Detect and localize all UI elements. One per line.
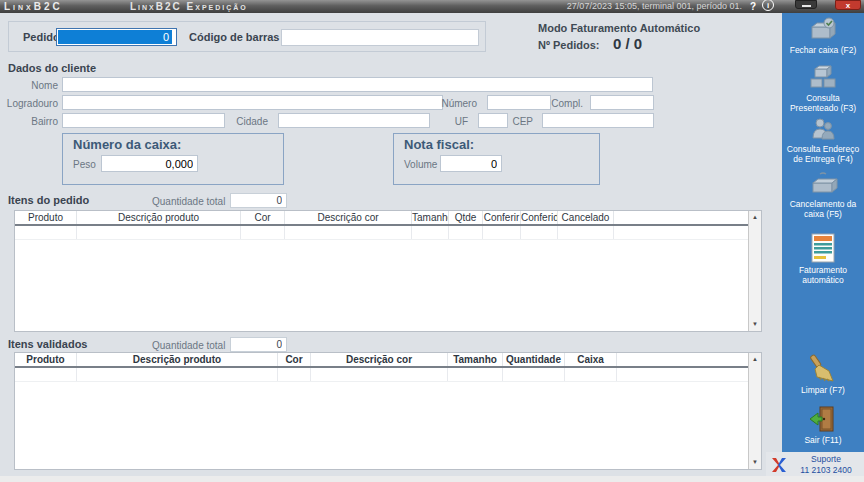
peso-label: Peso xyxy=(73,159,96,170)
itens-do-pedido-table: Produto Descrição produto Cor Descrição … xyxy=(14,210,762,332)
column-header[interactable]: Tamanho xyxy=(412,211,449,224)
numero-da-caixa-groupbox: Número da caixa: Peso xyxy=(62,133,284,185)
cancelamento-da-caixa-button[interactable]: Cancelamento da caixa (F5) xyxy=(782,171,864,219)
column-header[interactable]: Tamanho xyxy=(448,353,503,366)
logradouro-input[interactable] xyxy=(62,95,443,110)
broom-icon xyxy=(807,353,839,383)
nome-label: Nome xyxy=(0,80,58,91)
codigo-de-barras-input[interactable] xyxy=(281,29,479,46)
fechar-caixa-button[interactable]: Fechar caixa (F2) xyxy=(782,17,864,55)
itens-validados-title: Itens validados xyxy=(8,338,87,350)
consulta-presenteado-button[interactable]: Consulta Presenteado (F3) xyxy=(782,65,864,113)
quantidade-total-input-validados[interactable] xyxy=(230,337,287,352)
logradouro-label: Logradouro xyxy=(0,98,58,109)
scroll-up-icon[interactable]: ▲ xyxy=(749,211,761,224)
linx-x-logo xyxy=(770,456,788,474)
support-phone: 11 2103 2400 xyxy=(788,465,864,476)
cidade-label: Cidade xyxy=(218,116,268,127)
cidade-input[interactable] xyxy=(278,113,430,128)
column-header[interactable]: Descrição produto xyxy=(77,211,241,224)
session-status: 27/07/2023 15:05, terminal 001, período … xyxy=(567,0,742,13)
quantidade-total-input-pedido[interactable] xyxy=(230,193,287,208)
numero-label: Número xyxy=(420,98,477,109)
codigo-de-barras-label: Código de barras xyxy=(189,31,279,43)
box-cancel-icon xyxy=(807,171,839,197)
column-header[interactable]: Caixa xyxy=(565,353,617,366)
limpar-button[interactable]: Limpar (F7) xyxy=(782,353,864,395)
help-icon[interactable]: ? xyxy=(750,0,756,13)
column-header-filler xyxy=(617,353,748,366)
nota-fiscal-title: Nota fiscal: xyxy=(404,137,474,152)
volume-label: Volume xyxy=(404,159,437,170)
column-header[interactable]: Produto xyxy=(15,353,77,366)
minimize-button[interactable] xyxy=(795,0,817,9)
nota-fiscal-groupbox: Nota fiscal: Volume xyxy=(393,133,600,185)
vertical-scrollbar[interactable]: ▲ ▼ xyxy=(748,353,761,469)
window-bottom-edge xyxy=(0,476,864,482)
column-header[interactable]: Descrição cor xyxy=(285,211,412,224)
pedido-input[interactable]: 0 xyxy=(56,28,177,46)
column-header[interactable]: Descrição cor xyxy=(311,353,448,366)
linx-logo: LinxB2C xyxy=(4,0,63,13)
bairro-label: Bairro xyxy=(0,116,58,127)
support-panel: Suporte 11 2103 2400 xyxy=(766,452,864,478)
compl-label: Compl. xyxy=(528,98,583,109)
column-header[interactable]: Descrição produto xyxy=(77,353,278,366)
info-icon[interactable]: i xyxy=(762,0,774,11)
door-icon xyxy=(808,405,838,433)
order-entry-panel: Pedido 0 Código de barras xyxy=(8,21,486,52)
column-header[interactable]: Cancelado xyxy=(558,211,614,224)
box-check-icon xyxy=(807,17,839,43)
column-header-filler xyxy=(614,211,748,224)
support-label: Suporte xyxy=(788,454,864,465)
volume-input[interactable] xyxy=(440,155,502,172)
cep-input[interactable] xyxy=(542,113,654,128)
uf-label: UF xyxy=(428,116,468,127)
itens-validados-table: Produto Descrição produto Cor Descrição … xyxy=(14,352,762,470)
modo-faturamento-label: Modo Faturamento Automático xyxy=(538,22,700,34)
sair-button[interactable]: Sair (F11) xyxy=(782,405,864,445)
numero-da-caixa-title: Número da caixa: xyxy=(73,137,181,152)
people-icon xyxy=(807,116,839,142)
column-header[interactable]: Conferido xyxy=(521,211,558,224)
column-header[interactable]: Qtde xyxy=(449,211,483,224)
column-header[interactable]: Produto xyxy=(15,211,77,224)
cep-label: CEP xyxy=(493,116,533,127)
boxes-icon xyxy=(807,65,839,91)
scroll-up-icon[interactable]: ▲ xyxy=(749,353,761,366)
peso-input[interactable] xyxy=(101,155,198,172)
bairro-input[interactable] xyxy=(62,113,225,128)
pedido-label: Pedido xyxy=(23,31,60,43)
column-header[interactable]: Cor xyxy=(278,353,311,366)
itens-validados-table-inner: Produto Descrição produto Cor Descrição … xyxy=(15,353,748,469)
quantidade-total-label-validados: Quantidade total xyxy=(152,340,225,351)
pedido-selected-value: 0 xyxy=(58,30,172,44)
close-button[interactable]: x xyxy=(835,0,861,10)
linxb2c-expedicao-window: LinxB2C LinxB2C Expedição 27/07/2023 15:… xyxy=(0,0,864,482)
n-pedidos-value: 0 / 0 xyxy=(613,35,642,52)
scroll-down-icon[interactable]: ▼ xyxy=(749,456,761,469)
empty-table-row xyxy=(15,226,748,240)
column-header[interactable]: Quantidade xyxy=(503,353,565,366)
compl-input[interactable] xyxy=(590,95,654,110)
n-pedidos-label: Nº Pedidos: xyxy=(538,39,599,51)
action-sidebar: Fechar caixa (F2) Consulta Presenteado (… xyxy=(782,13,864,452)
column-header[interactable]: Conferir xyxy=(483,211,521,224)
invoice-icon xyxy=(810,233,836,263)
itens-do-pedido-title: Itens do pedido xyxy=(8,194,89,206)
dados-do-cliente-title: Dados do cliente xyxy=(8,62,96,74)
itens-validados-header-row: Produto Descrição produto Cor Descrição … xyxy=(15,353,748,368)
nome-input[interactable] xyxy=(62,77,653,92)
vertical-scrollbar[interactable]: ▲ ▼ xyxy=(748,211,761,331)
itens-do-pedido-table-inner: Produto Descrição produto Cor Descrição … xyxy=(15,211,748,331)
consulta-endereco-entrega-button[interactable]: Consulta Endereço de Entrega (F4) xyxy=(782,116,864,164)
itens-do-pedido-header-row: Produto Descrição produto Cor Descrição … xyxy=(15,211,748,226)
scroll-down-icon[interactable]: ▼ xyxy=(749,318,761,331)
empty-table-row xyxy=(15,368,748,382)
titlebar: LinxB2C LinxB2C Expedição 27/07/2023 15:… xyxy=(0,0,864,13)
window-title: LinxB2C Expedição xyxy=(130,0,248,13)
quantidade-total-label-pedido: Quantidade total xyxy=(152,196,225,207)
column-header[interactable]: Cor xyxy=(241,211,285,224)
faturamento-automatico-button[interactable]: Faturamento automático xyxy=(782,233,864,285)
